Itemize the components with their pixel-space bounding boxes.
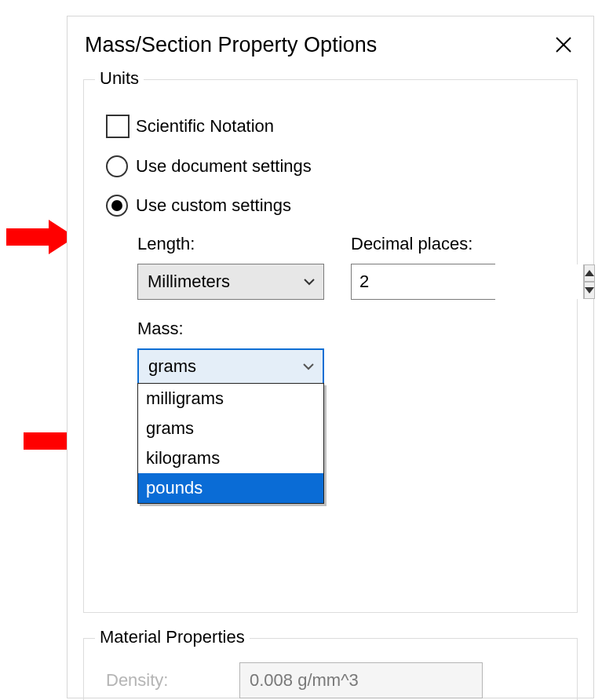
material-properties-group: Material Properties Density: 0.008 g/mm^… xyxy=(83,638,578,700)
use-custom-settings-radio[interactable] xyxy=(106,195,128,217)
mass-option-milligrams[interactable]: milligrams xyxy=(138,384,323,414)
close-button[interactable] xyxy=(546,27,581,62)
mass-option-pounds[interactable]: pounds xyxy=(138,473,323,503)
density-field: 0.008 g/mm^3 xyxy=(239,662,483,698)
density-value: 0.008 g/mm^3 xyxy=(250,670,359,691)
dialog-title: Mass/Section Property Options xyxy=(85,33,377,57)
triangle-up-icon xyxy=(585,270,594,276)
scientific-notation-label: Scientific Notation xyxy=(136,116,274,137)
mass-section-property-options-dialog: Mass/Section Property Options Units Scie… xyxy=(67,16,594,698)
material-properties-legend: Material Properties xyxy=(95,627,250,647)
chevron-down-icon xyxy=(302,360,315,373)
svg-marker-3 xyxy=(585,287,594,293)
use-custom-settings-label: Use custom settings xyxy=(136,195,291,216)
decimal-places-label: Decimal places: xyxy=(351,234,495,254)
decimal-places-up-button[interactable] xyxy=(584,264,595,282)
decimal-places-spinner[interactable] xyxy=(351,264,495,300)
svg-marker-2 xyxy=(585,270,594,276)
use-document-settings-radio[interactable] xyxy=(106,155,128,177)
density-label: Density: xyxy=(106,670,208,691)
mass-label: Mass: xyxy=(137,319,555,339)
mass-option-grams[interactable]: grams xyxy=(138,414,323,443)
close-icon xyxy=(554,35,573,54)
mass-select-value: grams xyxy=(148,356,196,377)
chevron-down-icon xyxy=(303,275,316,288)
scientific-notation-checkbox[interactable] xyxy=(106,115,130,138)
mass-select[interactable]: grams xyxy=(137,348,324,385)
decimal-places-input[interactable] xyxy=(352,264,583,299)
use-document-settings-label: Use document settings xyxy=(136,156,312,177)
titlebar: Mass/Section Property Options xyxy=(67,16,593,73)
radio-selected-dot-icon xyxy=(111,200,122,211)
mass-option-kilograms[interactable]: kilograms xyxy=(138,443,323,473)
decimal-places-down-button[interactable] xyxy=(584,282,595,299)
units-group: Units Scientific Notation Use document s… xyxy=(83,79,578,613)
triangle-down-icon xyxy=(585,287,594,293)
annotation-arrow-custom-settings xyxy=(6,220,75,254)
mass-dropdown-list: milligrams grams kilograms pounds xyxy=(137,383,324,504)
units-legend: Units xyxy=(95,68,144,89)
length-select[interactable]: Millimeters xyxy=(137,264,324,300)
length-select-value: Millimeters xyxy=(148,272,230,292)
length-label: Length: xyxy=(137,234,324,254)
